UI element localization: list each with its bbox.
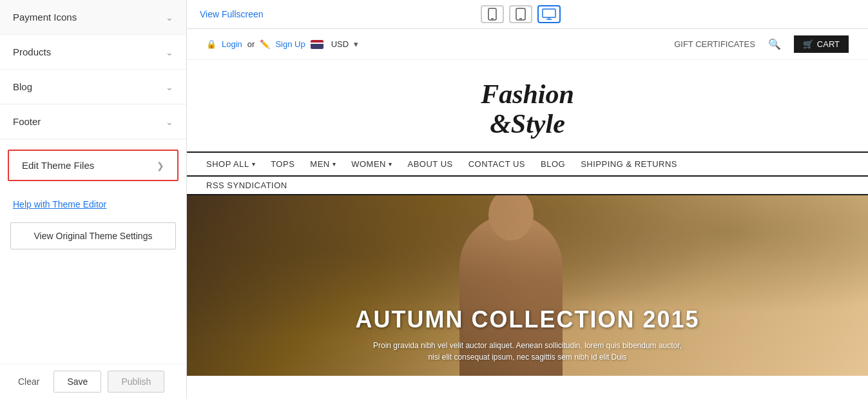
nav-item-women[interactable]: WOMEN ▾: [351, 159, 392, 169]
logo-line2: &Style: [490, 109, 565, 139]
sidebar-scroll[interactable]: Payment Icons ⌄ Products ⌄ Blog ⌄ Footer…: [0, 0, 186, 364]
store-logo-text: Fashion &Style: [187, 79, 868, 139]
hero-text: AUTUMN COLLECTION 2015 Proin gravida nib…: [187, 293, 868, 376]
sidebar-item-payment-icons[interactable]: Payment Icons ⌄: [0, 0, 186, 35]
store-topbar-left: 🔒 Login or ✏️ Sign Up USD ▾: [206, 39, 358, 49]
nav-item-rss[interactable]: RSS SYNDICATION: [206, 180, 287, 190]
sidebar-item-blog[interactable]: Blog ⌄: [0, 70, 186, 104]
edit-theme-files-label: Edit Theme Files: [22, 160, 94, 171]
sidebar-footer: Clear Save Publish: [0, 364, 186, 399]
chevron-down-icon: ⌄: [166, 12, 173, 23]
help-link-label: Help with Theme Editor: [13, 199, 106, 209]
store-nav-row2: RSS SYNDICATION: [187, 177, 868, 195]
store-topbar-right: GIFT CERTIFICATES 🔍 🛒 CART: [674, 35, 849, 53]
mobile-device-icon[interactable]: [481, 5, 504, 23]
nav-item-shipping[interactable]: SHIPPING & RETURNS: [581, 159, 677, 169]
flag-icon: [311, 40, 323, 49]
nav-item-tops[interactable]: TOPS: [271, 159, 294, 169]
hero-title: AUTUMN COLLECTION 2015: [206, 306, 849, 333]
edit-theme-files-button[interactable]: Edit Theme Files ❯: [8, 150, 178, 181]
sidebar-item-label: Blog: [13, 81, 32, 92]
chevron-down-icon: ▾: [333, 161, 336, 168]
publish-button[interactable]: Publish: [108, 371, 164, 393]
preview-panel: View Fullscreen 🔒 Login or: [187, 0, 868, 399]
chevron-down-icon: ⌄: [166, 117, 173, 127]
store-topbar: 🔒 Login or ✏️ Sign Up USD ▾ GIFT CERTIFI…: [187, 29, 868, 60]
login-link[interactable]: Login: [222, 39, 242, 49]
cart-button[interactable]: 🛒 CART: [794, 35, 849, 53]
sidebar-item-products[interactable]: Products ⌄: [0, 35, 186, 70]
chevron-down-icon: ⌄: [166, 82, 173, 92]
cart-bag-icon: 🛒: [803, 39, 813, 49]
store-nav: SHOP ALL ▾ TOPS MEN ▾ WOMEN ▾ ABOUT US C…: [187, 151, 868, 177]
desktop-device-icon[interactable]: [537, 5, 561, 23]
view-original-btn[interactable]: View Original Theme Settings: [10, 222, 176, 249]
sidebar-item-label: Payment Icons: [13, 12, 77, 23]
signup-link[interactable]: Sign Up: [275, 39, 305, 49]
edit-icon: ✏️: [260, 39, 270, 49]
search-icon[interactable]: 🔍: [768, 38, 781, 50]
nav-item-about-us[interactable]: ABOUT US: [407, 159, 452, 169]
or-text: or: [247, 39, 255, 49]
toolbar: View Fullscreen: [187, 0, 868, 29]
nav-item-men[interactable]: MEN ▾: [310, 159, 336, 169]
nav-item-blog[interactable]: BLOG: [541, 159, 565, 169]
hero-subtitle: Proin gravida nibh vel velit auctor aliq…: [367, 340, 689, 363]
nav-item-contact-us[interactable]: CONTACT US: [468, 159, 525, 169]
svg-rect-4: [543, 9, 555, 17]
help-link[interactable]: Help with Theme Editor: [0, 191, 186, 217]
sidebar-item-label: Products: [13, 46, 51, 57]
device-icons: [481, 5, 561, 23]
chevron-right-icon: ❯: [157, 161, 164, 171]
cart-label: CART: [817, 39, 840, 49]
save-button[interactable]: Save: [53, 371, 101, 393]
toolbar-left: View Fullscreen: [200, 8, 264, 20]
chevron-down-icon: ▾: [389, 161, 392, 168]
currency-label: USD: [331, 39, 349, 49]
store-preview: 🔒 Login or ✏️ Sign Up USD ▾ GIFT CERTIFI…: [187, 29, 868, 399]
chevron-down-icon: ⌄: [166, 47, 173, 57]
currency-dropdown-icon: ▾: [354, 39, 358, 49]
view-original-label: View Original Theme Settings: [34, 231, 153, 241]
lock-icon: 🔒: [206, 39, 217, 49]
logo-line1: Fashion: [481, 79, 574, 109]
store-logo: Fashion &Style: [187, 60, 868, 151]
sidebar-item-footer[interactable]: Footer ⌄: [0, 104, 186, 139]
gift-certificates-link[interactable]: GIFT CERTIFICATES: [674, 39, 755, 49]
tablet-device-icon[interactable]: [509, 5, 532, 23]
sidebar-item-label: Footer: [13, 116, 41, 127]
clear-button[interactable]: Clear: [10, 371, 47, 392]
sidebar: Payment Icons ⌄ Products ⌄ Blog ⌄ Footer…: [0, 0, 187, 399]
nav-item-shop-all[interactable]: SHOP ALL ▾: [206, 159, 255, 169]
chevron-down-icon: ▾: [252, 161, 256, 168]
store-hero: AUTUMN COLLECTION 2015 Proin gravida nib…: [187, 195, 868, 376]
view-fullscreen-link[interactable]: View Fullscreen: [200, 9, 264, 19]
